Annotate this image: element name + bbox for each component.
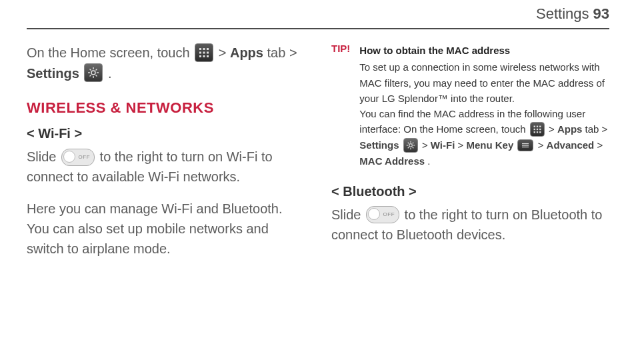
tip-wifi-label: Wi-Fi <box>431 139 455 151</box>
svg-rect-21 <box>533 129 535 130</box>
wifi-p1-text-a: Slide <box>27 149 60 164</box>
svg-rect-22 <box>537 129 538 130</box>
wifi-subheading: < Wi-Fi > <box>27 126 305 141</box>
svg-line-35 <box>412 143 413 144</box>
tip-content: How to obtain the MAC address To set up … <box>359 43 609 169</box>
right-column: TIP! How to obtain the MAC address To se… <box>331 43 609 271</box>
menu-key-icon <box>517 139 533 151</box>
wifi-paragraph-1: Slide to the right to turn on Wi-Fi to c… <box>27 147 305 187</box>
svg-line-15 <box>96 75 97 77</box>
svg-rect-4 <box>203 51 205 53</box>
tip-label: TIP! <box>331 43 350 169</box>
bluetooth-subheading: < Bluetooth > <box>331 184 609 199</box>
tip-block: TIP! How to obtain the MAC address To se… <box>331 43 609 169</box>
svg-point-9 <box>91 71 95 75</box>
left-column: On the Home screen, touch > Apps tab > S… <box>27 43 305 271</box>
tip-body-1: To set up a connection in some wireless … <box>359 61 605 104</box>
svg-rect-8 <box>207 55 209 57</box>
svg-rect-3 <box>199 51 201 53</box>
settings-gear-icon <box>403 138 418 153</box>
intro-gt-1: > <box>219 45 230 60</box>
tip-settings-label: Settings <box>359 139 399 151</box>
apps-grid-icon <box>530 122 545 137</box>
svg-rect-26 <box>539 131 541 133</box>
intro-dot: . <box>108 66 112 81</box>
svg-rect-0 <box>199 48 201 50</box>
intro-paragraph: On the Home screen, touch > Apps tab > S… <box>27 43 305 83</box>
tip-tab-text: tab > <box>585 123 608 135</box>
intro-settings-label: Settings <box>27 66 79 81</box>
svg-rect-1 <box>203 48 205 50</box>
header-section-title: Settings <box>536 5 589 23</box>
svg-rect-2 <box>207 48 209 50</box>
tip-title: How to obtain the MAC address <box>359 43 609 58</box>
tip-gt-1: > <box>549 123 557 135</box>
intro-apps-label: Apps <box>230 45 263 60</box>
tip-mac-label: MAC Address <box>359 155 425 167</box>
tip-gt-5: > <box>597 139 603 151</box>
apps-grid-icon <box>195 43 213 62</box>
svg-line-17 <box>96 69 97 71</box>
svg-line-34 <box>407 147 409 149</box>
page-header: Settings 93 <box>27 0 609 29</box>
bluetooth-paragraph-1: Slide to the right to turn on Bluetooth … <box>331 205 609 245</box>
tip-gt-2: > <box>422 139 431 151</box>
wifi-paragraph-2: Here you can manage Wi-Fi and Bluetooth.… <box>27 199 305 259</box>
svg-line-33 <box>412 147 413 149</box>
intro-text-1: On the Home screen, touch <box>27 45 193 60</box>
tip-gt-3: > <box>458 139 467 151</box>
svg-rect-6 <box>199 55 201 57</box>
svg-line-32 <box>407 143 409 144</box>
tip-apps-label: Apps <box>557 123 583 135</box>
toggle-switch-icon <box>61 149 95 166</box>
svg-rect-24 <box>533 131 535 133</box>
svg-rect-5 <box>207 51 209 53</box>
tip-gt-4: > <box>538 139 547 151</box>
svg-rect-7 <box>203 55 205 57</box>
svg-rect-19 <box>537 126 538 127</box>
svg-rect-23 <box>539 129 541 130</box>
svg-line-14 <box>90 69 91 71</box>
bt-p1-text-a: Slide <box>331 207 365 222</box>
svg-rect-25 <box>537 131 538 133</box>
intro-tab-text: tab > <box>267 45 297 60</box>
settings-gear-icon <box>84 63 103 82</box>
svg-line-16 <box>90 75 91 77</box>
section-heading-wireless: WIRELESS & NETWORKS <box>27 99 305 117</box>
svg-point-27 <box>409 144 412 147</box>
toggle-switch-icon <box>366 206 399 223</box>
tip-menukey-label: Menu Key <box>466 139 513 151</box>
svg-rect-20 <box>539 126 541 127</box>
svg-rect-18 <box>533 126 535 127</box>
header-page-number: 93 <box>593 5 609 23</box>
tip-dot: . <box>427 155 430 167</box>
tip-advanced-label: Advanced <box>547 139 595 151</box>
